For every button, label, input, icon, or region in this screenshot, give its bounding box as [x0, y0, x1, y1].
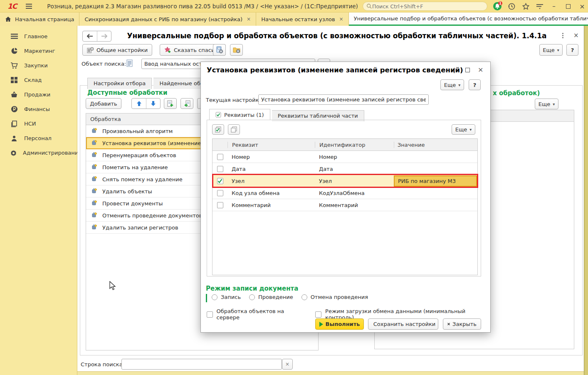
dialog-close-icon[interactable]: × [478, 66, 483, 74]
window-tabbar: Начальная страница Синхронизация данных … [0, 12, 588, 26]
processing-icon [92, 200, 98, 207]
save-settings-button[interactable]: Сохранить настройки [368, 318, 438, 330]
export-processing-button[interactable] [164, 98, 177, 109]
attribute-row-kommentarij[interactable]: Комментарий Комментарий [212, 199, 477, 211]
value-cell-selected[interactable]: РИБ по магазину М3 [394, 175, 477, 187]
service-menu-icon[interactable] [535, 1, 545, 11]
form-kebab-menu-icon[interactable] [562, 33, 563, 38]
sidebar-item-sales[interactable]: Продажи [0, 87, 77, 102]
search-string-input[interactable] [121, 359, 282, 370]
ruble-icon [10, 106, 18, 113]
row-checkbox[interactable] [217, 202, 223, 208]
focus-bar [206, 294, 207, 302]
processing-icon [92, 139, 98, 147]
move-down-button[interactable] [146, 99, 160, 109]
close-dialog-button[interactable]: Закрыть [443, 318, 481, 330]
tab-filter-settings[interactable]: Настройки отбора [87, 78, 152, 89]
tab-universal-processing[interactable]: Универсальные подбор и обработка объекто… [349, 12, 588, 26]
current-setting-input[interactable] [258, 94, 429, 105]
maximize-button[interactable] [563, 1, 573, 11]
radio-provedenie[interactable] [249, 294, 255, 300]
attribute-row-uzel[interactable]: Узел Узел РИБ по магазину М3 [212, 175, 477, 187]
window-title: Розница, редакция 2.3 Магазин разливного… [47, 3, 358, 10]
row-checkbox[interactable] [217, 190, 223, 196]
dialog-more-button[interactable]: Еще▾ [440, 79, 464, 90]
menu-icon [10, 33, 18, 40]
page-export-icon [167, 100, 174, 107]
sidebar-item-administration[interactable]: Администрирование [0, 146, 77, 160]
sidebar-item-main[interactable]: Главное [0, 29, 77, 44]
window-frame-right [584, 26, 588, 375]
check-all-button[interactable] [212, 124, 224, 135]
favorites-star-icon[interactable] [521, 1, 531, 11]
move-up-button[interactable] [132, 99, 146, 109]
global-search[interactable] [363, 2, 487, 11]
dialog-kebab-menu-icon[interactable] [454, 68, 455, 73]
execute-button[interactable]: Выполнить [315, 318, 364, 330]
window-frame-bottom [77, 371, 584, 375]
current-setting-label: Текущая настройка: [206, 97, 264, 103]
forward-button[interactable] [97, 31, 111, 41]
main-menu-icon[interactable] [26, 2, 32, 10]
search-string-label: Строка поиска: [81, 361, 124, 368]
cart-icon [10, 62, 18, 69]
radio-zapis[interactable] [212, 294, 217, 300]
row-checkbox[interactable] [217, 166, 223, 172]
tab-attributes[interactable]: Реквизиты (1) [209, 109, 270, 120]
dialog-help-button[interactable]: ? [469, 79, 481, 90]
add-button[interactable]: Добавить [86, 98, 121, 109]
column-attribute[interactable]: Реквизит [227, 142, 315, 148]
tab-home[interactable]: Начальная страница [0, 12, 79, 26]
list-icon [126, 59, 133, 68]
grid-icon [10, 76, 18, 84]
right-panel-more-button[interactable]: Еще▾ [535, 99, 558, 109]
chevron-down-icon: ▾ [553, 102, 555, 106]
page-import-icon [183, 100, 191, 107]
form-close-icon[interactable]: × [573, 32, 579, 39]
global-search-input[interactable] [372, 3, 476, 10]
checkbox-exchange-load-mode[interactable] [315, 311, 321, 318]
form-help-button[interactable]: ? [566, 44, 578, 56]
sidebar-item-nsi[interactable]: НСИ [0, 116, 77, 131]
row-checkbox[interactable] [217, 154, 223, 160]
thanks-star-icon [164, 47, 171, 54]
tab-initial-balances[interactable]: Начальные остатки узлов × [256, 12, 349, 26]
history-icon[interactable] [506, 1, 516, 11]
import-processing-button[interactable] [180, 98, 193, 109]
tab-close-icon[interactable]: × [339, 16, 343, 22]
page-title: Универсальные подбор и обработка объекто… [121, 32, 553, 40]
back-button[interactable] [83, 31, 97, 41]
row-checkbox-checked[interactable] [217, 178, 223, 184]
tab-close-icon[interactable]: × [247, 16, 251, 22]
checkbox-server-processing[interactable] [207, 311, 213, 318]
search-clear-button[interactable]: × [282, 359, 293, 370]
column-identifier[interactable]: Идентификатор [315, 142, 394, 148]
window-close-button[interactable]: × [577, 1, 587, 11]
write-mode-options: Запись Проведение Отмена проведения [212, 294, 368, 300]
attribute-row-nomer[interactable]: Номер Номер [212, 151, 477, 163]
general-settings-button[interactable]: Общие настройки [82, 44, 152, 56]
table-more-button[interactable]: Еще▾ [452, 124, 475, 135]
tab-sync-rib[interactable]: Синхронизация данных с РИБ по магазину (… [79, 12, 256, 26]
column-value[interactable]: Значение [394, 142, 477, 148]
sidebar-item-warehouse[interactable]: Склад [0, 73, 77, 87]
load-settings-icon-button[interactable] [230, 44, 243, 56]
attribute-row-kod-uzla[interactable]: Код узла обмена КодУзлаОбмена [212, 187, 477, 199]
sidebar-item-finance[interactable]: Финансы [0, 102, 77, 116]
sidebar-item-marketing[interactable]: Маркетинг [0, 44, 77, 58]
processing-icon [92, 127, 98, 135]
sidebar-item-personnel[interactable]: Персонал [0, 131, 77, 146]
radio-otmena-provedeniya[interactable] [301, 294, 307, 300]
sidebar-item-purchases[interactable]: Закупки [0, 58, 77, 73]
uncheck-all-button[interactable] [228, 124, 240, 135]
attribute-row-data[interactable]: Дата Дата [212, 163, 477, 175]
minimize-button[interactable]: – [549, 1, 559, 11]
processing-icon [92, 188, 98, 195]
form-more-button[interactable]: Еще▾ [539, 44, 563, 56]
dialog-title: Установка реквизитов (изменение записей … [207, 66, 463, 74]
save-settings-icon-button[interactable] [213, 44, 226, 56]
dialog-maximize-icon[interactable] [465, 67, 470, 74]
set-attributes-dialog: Установка реквизитов (изменение записей … [200, 62, 491, 333]
notifications-icon[interactable]: 1 1 [493, 1, 503, 11]
checked-doc-icon [215, 112, 221, 118]
